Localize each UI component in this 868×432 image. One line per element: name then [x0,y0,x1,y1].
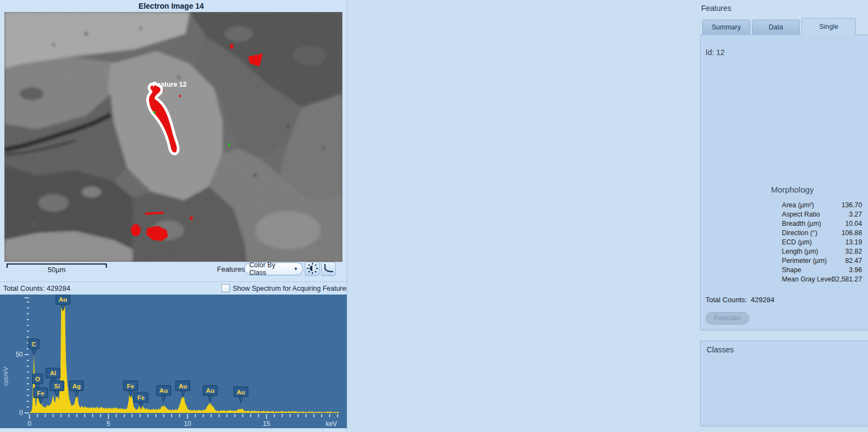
tab-single[interactable]: Single [801,18,856,35]
feature-id: Id: 12 [706,48,725,57]
tab-data[interactable]: Data [752,20,800,34]
scale-bar: 50µm [7,263,107,275]
feature-color-select[interactable]: Color By Class ▼ [244,262,303,275]
svg-text:Ag: Ag [73,383,81,389]
svg-text:Au: Au [237,389,245,395]
classes-title: Classes [707,345,734,354]
tab-summary[interactable]: Summary [702,20,750,34]
total-counts-bar: Total Counts: 429284 Show Spectrum for A… [0,281,347,295]
morphology-row: Area (µm²)136.70 [782,201,862,211]
morphology-row: Aspect Ratio3.27 [782,211,862,220]
morphology-title: Morphology [771,185,813,194]
svg-text:Al: Al [50,370,56,376]
svg-text:keV: keV [326,420,337,428]
relocate-button: Relocate [706,312,749,325]
svg-text:C: C [32,341,36,347]
morphology-row: Breadth (µm)10.04 [782,220,862,229]
svg-text:O: O [35,376,40,382]
svg-text:Au: Au [179,383,187,389]
svg-text:10: 10 [184,420,191,428]
svg-text:Fe: Fe [137,394,144,401]
svg-text:cps/eV: cps/eV [2,367,9,386]
svg-text:Au: Au [159,387,167,394]
morphology-row: Perimeter (µm)82.47 [782,257,862,266]
brightness-contrast-icon[interactable] [305,262,320,276]
svg-text:Au: Au [59,296,67,303]
electron-image-panel: Electron Image 14 [0,0,347,432]
svg-text:15: 15 [263,420,270,428]
chevron-down-icon: ▼ [293,266,298,272]
checkbox-box[interactable] [221,284,230,292]
svg-text:Au: Au [206,387,214,394]
single-tab-content [700,34,868,331]
svg-text:50: 50 [16,351,23,358]
app-root: { "left_panel": { "title": "Electron Ima… [0,0,868,432]
morphology-row: Shape3.96 [782,266,862,275]
features-panel: Features Site 15 17 SummaryDataSingle Cl… [347,0,868,432]
show-spectrum-checkbox[interactable]: Show Spectrum for Acquiring Features [221,284,349,292]
svg-text:Si: Si [54,383,60,389]
features-panel-title: Features [701,4,731,13]
morphology-row: Mean Gray Level32,581.27 [782,275,862,285]
feature-color-value: Color By Class [249,261,290,277]
spectrum-curve-icon[interactable] [321,262,336,276]
scale-bar-label: 50µm [7,266,107,274]
features-label: Features: [217,265,247,273]
svg-text:Fe: Fe [127,383,134,389]
morphology-row: Direction (°)106.88 [782,229,862,238]
sem-image[interactable]: Feature 12 [4,12,342,262]
morphology-table: Area (µm²)136.70Aspect Ratio3.27Breadth … [782,201,862,285]
svg-text:0: 0 [19,409,23,417]
eds-spectrum-chart[interactable]: 051015keV050cps/eVCOFeAlSiAuAgFeFeAuAuAu… [0,295,347,428]
morphology-row: Length (µm)32.82 [782,248,862,257]
panel-divider [347,0,347,432]
feature-12-label: Feature 12 [153,81,187,88]
svg-text:0: 0 [28,420,32,428]
svg-text:5: 5 [107,420,111,428]
electron-image-title: Electron Image 14 [0,0,342,12]
svg-text:Fe: Fe [37,390,44,397]
morphology-row: ECD (µm)13.19 [782,238,862,248]
single-total-counts: Total Counts: 429284 [706,296,775,304]
total-counts: Total Counts: 429284 [3,284,70,292]
